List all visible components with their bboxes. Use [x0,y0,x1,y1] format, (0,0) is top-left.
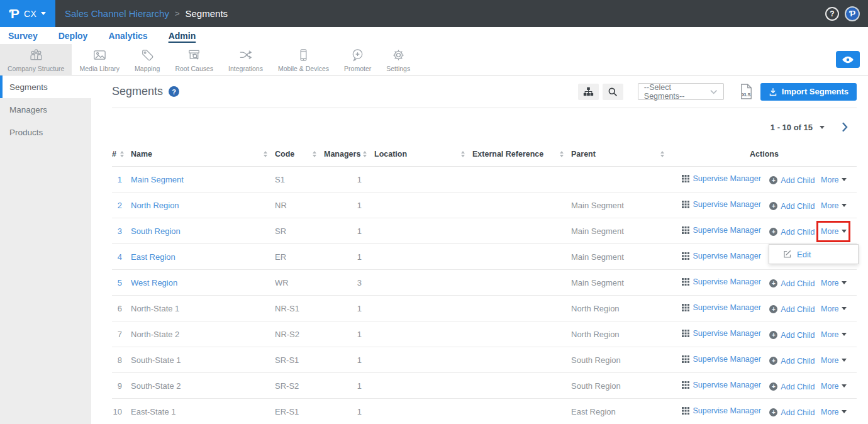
table-row: 9 South-State 2 SR-S2 1 South Region Sup… [112,373,857,399]
more-button[interactable]: More [821,201,846,210]
toolbar-mobile-devices[interactable]: Mobile & Devices [270,44,337,75]
segment-name-link[interactable]: East Region [131,244,275,270]
add-child-button[interactable]: + Add Child [769,331,815,340]
segment-name-link[interactable]: Main Segment [131,167,275,192]
more-button[interactable]: More [821,408,846,416]
supervise-manager-button[interactable]: Supervise Manager [682,174,760,183]
segment-name-link[interactable]: West Region [131,270,275,296]
select-segments-dropdown[interactable]: --Select Segments-- [638,83,724,100]
sort-icon[interactable] [363,151,367,157]
add-child-button[interactable]: + Add Child [769,279,815,288]
supervise-manager-button[interactable]: Supervise Manager [682,406,760,415]
segment-name-link[interactable]: North-State 2 [131,321,275,347]
supervise-manager-button[interactable]: Supervise Manager [682,355,760,364]
sort-icon[interactable] [560,151,564,157]
nav-survey[interactable]: Survey [8,31,38,41]
pagination-range-dropdown[interactable]: 1 - 10 of 15 [771,123,825,132]
segment-name-link[interactable]: South-State 1 [131,347,275,373]
grid-icon [682,407,689,415]
add-child-button[interactable]: + Add Child [769,202,815,211]
toolbar-label: Integrations [228,65,263,72]
supervise-manager-button[interactable]: Supervise Manager [682,381,760,389]
more-button[interactable]: More [821,279,846,287]
select-segments-value: --Select Segments-- [644,83,711,101]
supervise-manager-button[interactable]: Supervise Manager [682,303,760,312]
next-page-button[interactable] [842,122,848,132]
column-header-external-reference[interactable]: External Reference [472,146,571,167]
preview-eye-button[interactable] [836,51,860,68]
segment-name-link[interactable]: South Region [131,218,275,244]
nav-deploy[interactable]: Deploy [58,31,88,41]
shuffle-icon [238,47,253,63]
column-header-location[interactable]: Location [374,146,472,167]
sort-icon[interactable] [313,151,316,157]
segment-name-link[interactable]: North-State 1 [131,296,275,321]
add-child-button[interactable]: + Add Child [769,305,815,314]
add-child-button[interactable]: + Add Child [769,408,815,417]
row-actions: Supervise Manager + Add Child More [672,321,857,347]
segment-managers-count: 1 [324,399,374,424]
supervise-manager-label: Supervise Manager [693,329,760,338]
toolbar-mapping[interactable]: Mapping [127,44,167,75]
toolbar-integrations[interactable]: Integrations [221,44,270,75]
column-header-code[interactable]: Code [275,146,324,167]
search-button[interactable] [603,84,623,100]
more-button[interactable]: More [821,330,846,339]
add-child-button[interactable]: + Add Child [769,228,815,237]
sort-icon[interactable] [660,151,664,157]
segment-name-link[interactable]: South-State 2 [131,373,275,399]
supervise-manager-button[interactable]: Supervise Manager [682,329,760,338]
plus-circle-icon: + [769,202,777,210]
sidebar-item-segments[interactable]: Segments [0,75,91,98]
nav-analytics[interactable]: Analytics [108,31,147,41]
supervise-manager-button[interactable]: Supervise Manager [682,200,760,209]
account-brand-icon[interactable]: Ƥ [845,6,860,21]
toolbar-media-library[interactable]: Media Library [72,44,127,75]
column-header-index[interactable]: # [112,146,131,167]
more-button[interactable]: More [821,382,846,391]
more-button[interactable]: More [821,356,846,365]
toolbar-company-structure[interactable]: Company Structure [0,44,72,75]
more-button[interactable]: More [821,227,846,236]
column-header-parent[interactable]: Parent [571,146,672,167]
title-help-icon[interactable]: ? [169,86,179,97]
sort-icon[interactable] [120,151,124,157]
supervise-manager-button[interactable]: Supervise Manager [682,252,760,260]
add-child-button[interactable]: + Add Child [769,357,815,365]
sidebar-item-managers[interactable]: Managers [0,98,91,121]
hierarchy-view-button[interactable] [578,84,599,100]
toolbar-promoter[interactable]: Promoter [337,44,379,75]
segment-name-link[interactable]: East-State 1 [131,399,275,424]
nav-admin[interactable]: Admin [169,31,196,41]
column-header-managers[interactable]: Managers [324,146,374,167]
table-row: 2 North Region NR 1 Main Segment Supervi… [112,192,857,218]
more-dropdown-menu[interactable]: Edit [769,244,859,264]
plus-circle-icon: + [769,228,777,236]
chevron-down-icon [710,89,717,94]
toolbar-root-causes[interactable]: Root Causes [167,44,221,75]
app-logo[interactable]: Ƥ CX [0,0,55,27]
segment-managers-count: 1 [324,244,374,270]
sidebar-item-products[interactable]: Products [0,121,91,143]
grid-icon [682,226,689,234]
supervise-manager-button[interactable]: Supervise Manager [682,226,760,235]
more-label: More [821,227,838,236]
segment-name-link[interactable]: North Region [131,192,275,218]
sort-icon[interactable] [461,151,465,157]
import-segments-button[interactable]: Import Segments [760,83,857,101]
supervise-manager-button[interactable]: Supervise Manager [682,277,760,286]
column-header-name[interactable]: Name [131,146,275,167]
segment-managers-count: 1 [324,347,374,373]
xls-export-icon[interactable]: XLS [739,83,753,100]
toolbar-settings[interactable]: Settings [379,44,418,75]
breadcrumb-section[interactable]: Sales Channel Hierarchy [65,8,169,19]
sort-icon[interactable] [264,151,267,157]
table-row: 10 East-State 1 ER-S1 1 East Region Supe… [112,399,857,424]
more-button[interactable]: More [821,176,846,184]
help-icon[interactable]: ? [825,7,839,21]
add-child-button[interactable]: + Add Child [769,382,815,391]
table-header-row: # Name Code Managers Location External R… [112,146,857,167]
add-child-button[interactable]: + Add Child [769,176,815,185]
segment-location [374,244,472,270]
more-button[interactable]: More [821,304,846,313]
